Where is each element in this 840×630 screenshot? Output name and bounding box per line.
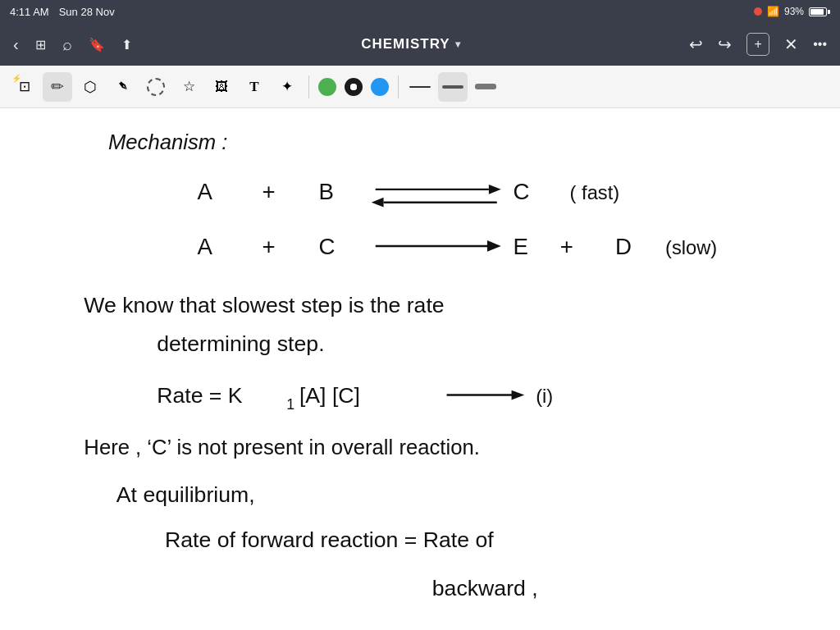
color-green[interactable] (318, 78, 336, 96)
date-display: Sun 28 Nov (59, 6, 115, 18)
svg-text:+: + (262, 179, 276, 204)
pen-tool[interactable]: ✏ (43, 72, 72, 102)
battery-percent: 93% (784, 6, 804, 17)
svg-text:C: C (319, 234, 336, 259)
redo-button[interactable]: ↪ (718, 34, 732, 54)
svg-text:E: E (514, 234, 528, 259)
svg-text:C: C (514, 179, 530, 204)
svg-text:(slow): (slow) (665, 237, 717, 258)
battery-icon (809, 7, 830, 16)
svg-marker-5 (489, 185, 501, 194)
chevron-down-icon[interactable]: ▾ (455, 39, 460, 50)
screenshot-tool[interactable]: ⊡ ⚡ (10, 72, 39, 102)
svg-text:determining  step.: determining step. (157, 331, 324, 356)
text-tool[interactable]: T (240, 72, 269, 102)
notes-canvas[interactable]: .hw { font-family: 'Segoe UI', 'Comic Sa… (0, 108, 840, 630)
svg-marker-7 (372, 198, 384, 208)
stroke-medium[interactable] (438, 72, 468, 102)
time-display: 4:11 AM (10, 6, 49, 18)
svg-text:1: 1 (286, 396, 294, 413)
share-button[interactable]: ⬆ (121, 37, 132, 52)
bookmark-button[interactable]: 🔖 (89, 37, 105, 52)
image-tool[interactable]: 🖼 (207, 72, 236, 102)
svg-text:At  equilibrium,: At equilibrium, (116, 482, 255, 507)
eraser-tool[interactable]: ⬡ (75, 72, 105, 102)
svg-text:backward ,: backward , (432, 576, 538, 600)
back-button[interactable]: ‹ (13, 35, 19, 54)
toolbar: ⊡ ⚡ ✏ ⬡ ✒ ☆ 🖼 T ✦ (0, 66, 840, 108)
svg-marker-14 (487, 240, 501, 252)
stroke-thin[interactable] (405, 72, 435, 102)
color-blue[interactable] (371, 78, 389, 96)
svg-text:D: D (615, 234, 632, 259)
toolbar-separator-1 (308, 75, 309, 98)
svg-text:(i): (i) (536, 386, 553, 407)
svg-text:( fast): ( fast) (570, 182, 620, 203)
status-bar: 4:11 AM Sun 28 Nov 📶 93% (0, 0, 840, 23)
close-button[interactable]: ✕ (784, 34, 798, 54)
notes-content: .hw { font-family: 'Segoe UI', 'Comic Sa… (0, 108, 840, 630)
svg-text:A: A (198, 234, 213, 259)
undo-button[interactable]: ↩ (689, 34, 703, 54)
sparkle-tool[interactable]: ✦ (272, 72, 302, 102)
svg-text:Rate of forward reaction  =  R: Rate of forward reaction = Rate of (165, 527, 494, 552)
svg-text:A: A (198, 179, 213, 204)
svg-text:B: B (319, 179, 334, 204)
grid-button[interactable]: ⊞ (35, 37, 46, 52)
color-black[interactable] (345, 78, 363, 96)
svg-text:[A] [C]: [A] [C] (299, 383, 360, 408)
record-dot (754, 7, 762, 16)
svg-text:Rate  =  K: Rate = K (157, 383, 243, 408)
svg-text:Mechanism :: Mechanism : (108, 130, 227, 153)
svg-text:Here ,  ‘C’  is  not  present : Here , ‘C’ is not present in overall rea… (84, 436, 479, 459)
more-button[interactable]: ••• (813, 37, 827, 52)
lasso-tool[interactable] (141, 72, 171, 102)
handwriting-svg: .hw { font-family: 'Segoe UI', 'Comic Sa… (33, 118, 807, 620)
stroke-thick[interactable] (471, 72, 500, 102)
toolbar-separator-2 (398, 75, 399, 98)
add-button[interactable]: + (746, 33, 769, 56)
star-tool[interactable]: ☆ (174, 72, 203, 102)
page-title: CHEMISTRY (361, 36, 450, 52)
svg-text:+: + (560, 234, 573, 259)
svg-text:+: + (262, 234, 276, 259)
search-button[interactable]: ⌕ (62, 35, 72, 54)
svg-marker-25 (512, 390, 525, 400)
highlighter-tool[interactable]: ✒ (108, 72, 138, 102)
svg-text:We  know  that  slowest  step : We know that slowest step is the rate (84, 293, 444, 317)
wifi-icon: 📶 (767, 6, 779, 17)
nav-bar: ‹ ⊞ ⌕ 🔖 ⬆ CHEMISTRY ▾ ↩ ↪ + ✕ ••• (0, 23, 840, 66)
